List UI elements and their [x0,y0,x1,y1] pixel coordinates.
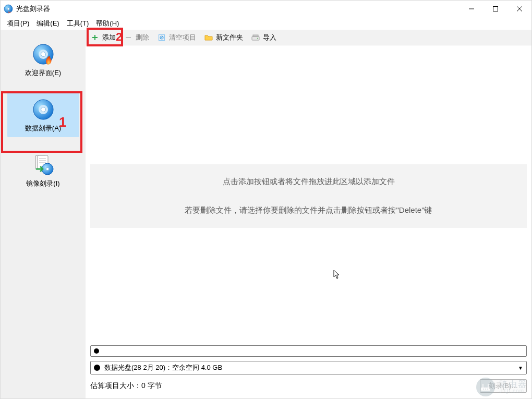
svg-point-27 [257,38,258,39]
drop-hint-line1: 点击添加按钮或者将文件拖放进此区域以添加文件 [95,177,522,187]
sidebar-item-label: 数据刻录(A) [25,124,61,133]
menu-help[interactable]: 帮助(H) [93,18,122,29]
capacity-bar [90,345,527,357]
project-size-label: 估算项目大小：0 字节 [90,381,162,391]
menu-edit[interactable]: 编辑(E) [33,18,62,29]
sidebar: 欢迎界面(E) 1 [1,30,86,398]
svg-point-8 [41,52,45,57]
sidebar-item-label: 镜像刻录(I) [26,179,59,188]
body: 欢迎界面(E) 1 [1,30,531,398]
chevron-down-icon: ▼ [518,365,523,371]
content-area: 2 添加 删除 清空项目 [86,30,531,398]
capacity-dot-icon [94,348,99,354]
toolbar: 2 添加 删除 清空项目 [86,30,531,45]
app-icon [4,4,13,14]
svg-point-1 [7,8,9,10]
image-burn-icon [32,154,54,176]
sidebar-item-label: 欢迎界面(E) [25,68,61,78]
minimize-button[interactable] [460,1,483,17]
svg-rect-3 [493,7,498,11]
toolbar-add-button[interactable]: 添加 [91,33,116,42]
svg-line-24 [161,37,163,39]
menu-bar: 项目(P) 编辑(E) 工具(T) 帮助(H) [1,17,531,30]
bottom-panel: 数据光盘(28 2月 20)：空余空间 4.0 GB ▼ 估算项目大小：0 字节… [90,345,527,398]
sidebar-item-welcome[interactable]: 欢迎界面(E) [7,37,79,82]
toolbar-label: 导入 [263,33,276,42]
callout-number: 2 [116,30,122,44]
sidebar-item-image-burn[interactable]: 镜像刻录(I) [7,148,79,192]
clear-icon [158,33,166,42]
window-controls [460,1,531,17]
plus-icon [91,33,99,42]
svg-rect-26 [253,35,258,37]
toolbar-delete-button[interactable]: 删除 [124,33,149,42]
sidebar-item-data-burn[interactable]: 1 数据刻录(A) [7,92,79,137]
disc-select-dropdown[interactable]: 数据光盘(28 2月 20)：空余空间 4.0 GB ▼ [90,361,527,374]
title-bar: 光盘刻录器 [1,1,531,17]
toolbar-label: 清空项目 [169,33,196,42]
close-button[interactable] [507,1,531,17]
main-area: 点击添加按钮或者将文件拖放进此区域以添加文件 若要删除文件，请选择你要删除的文件… [86,45,531,398]
data-disc-icon [32,99,54,120]
folder-icon [204,33,213,42]
window-title: 光盘刻录器 [16,4,50,14]
menu-project[interactable]: 项目(P) [4,18,32,29]
file-drop-zone[interactable]: 点击添加按钮或者将文件拖放进此区域以添加文件 若要删除文件，请选择你要删除的文件… [90,45,527,345]
mouse-cursor-icon [333,270,341,280]
toolbar-import-button[interactable]: 导入 [251,33,276,42]
maximize-button[interactable] [483,1,507,17]
disc-select-label: 数据光盘(28 2月 20)：空余空间 4.0 GB [104,363,518,372]
toolbar-label: 删除 [136,33,149,42]
svg-point-18 [46,167,49,171]
drop-hint-panel: 点击添加按钮或者将文件拖放进此区域以添加文件 若要删除文件，请选择你要删除的文件… [90,164,527,228]
size-row: 估算项目大小：0 字节 刻录(B)… [90,379,527,393]
disc-icon [94,365,100,371]
menu-tools[interactable]: 工具(T) [64,18,92,29]
toolbar-label: 添加 [102,33,116,42]
welcome-disc-icon [32,43,54,65]
burn-button[interactable]: 刻录(B)… [480,379,527,393]
import-drive-icon [251,33,260,42]
svg-point-11 [41,107,45,112]
toolbar-newfolder-button[interactable]: 新文件夹 [204,33,243,42]
drop-hint-line2: 若要删除文件，请选择你要删除的文件并点击删除按钮或者按"Delete"键 [95,205,522,215]
toolbar-clear-button[interactable]: 清空项目 [158,33,196,42]
minus-icon [124,33,132,42]
toolbar-label: 新文件夹 [216,33,243,42]
